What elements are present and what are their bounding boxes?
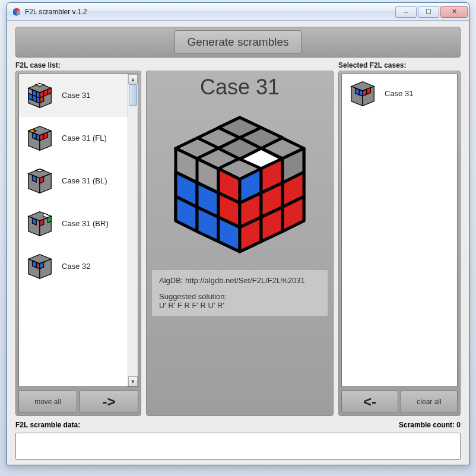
- svg-marker-35: [47, 216, 51, 223]
- move-left-button[interactable]: <-: [341, 391, 398, 413]
- cube-thumb-icon: [23, 166, 57, 196]
- list-item-label: Case 31: [385, 89, 413, 98]
- selected-cases-label: Selected F2L cases:: [338, 61, 461, 69]
- scroll-down-icon[interactable]: ▼: [128, 376, 138, 386]
- svg-marker-15: [36, 96, 40, 103]
- move-all-button[interactable]: move all: [18, 391, 77, 413]
- svg-marker-8: [47, 88, 51, 94]
- list-item-label: Case 32: [62, 262, 90, 271]
- clear-all-button[interactable]: clear all: [401, 391, 458, 413]
- move-right-button[interactable]: ->: [80, 391, 138, 413]
- scramble-data-box[interactable]: [15, 433, 461, 460]
- center-column: Case 31: [146, 61, 334, 416]
- center-panel: Case 31: [146, 71, 334, 416]
- case-list-box[interactable]: Case 31 Case 31 (FL) Case 31 (BL): [18, 74, 138, 387]
- minimize-button[interactable]: ─: [395, 6, 417, 18]
- list-item[interactable]: Case 31 (FL): [19, 117, 128, 160]
- selected-panel: Case 31 <- clear all: [338, 71, 461, 416]
- list-item[interactable]: Case 31 (BR): [19, 202, 128, 245]
- solution-label: Suggested solution:: [159, 292, 320, 301]
- bottom-label-row: F2L scramble data: Scramble count: 0: [15, 421, 461, 429]
- list-item[interactable]: Case 31: [19, 74, 128, 117]
- list-item-label: Case 31: [62, 91, 90, 100]
- solution-text: U' R' F R F' R U' R': [159, 301, 320, 310]
- scrollbar[interactable]: ▲ ▼: [128, 74, 138, 386]
- selected-list-box[interactable]: Case 31: [341, 74, 458, 387]
- scramble-data-label: F2L scramble data:: [15, 421, 80, 429]
- generate-scrambles-button[interactable]: Generate scrambles: [174, 30, 301, 54]
- cube-thumb-icon: [23, 251, 57, 282]
- list-item[interactable]: Case 32: [19, 245, 128, 288]
- cube-thumb-icon: [23, 208, 57, 239]
- cube-preview-icon: [163, 107, 317, 261]
- titlebar: F2L scrambler v.1.2 ─ ☐ ✕: [7, 3, 469, 21]
- content-area: Generate scrambles F2L case list: Case 3…: [7, 21, 469, 465]
- list-item-label: Case 31 (FL): [62, 134, 107, 142]
- selected-column: Selected F2L cases: Case 31 <- clear all: [338, 61, 461, 416]
- svg-marker-85: [359, 90, 363, 96]
- case-list-label: F2L case list:: [15, 61, 141, 69]
- algdb-link-text: AlgDB: http://algdb.net/Set/F2L/F2L%2031: [159, 276, 320, 285]
- case-title: Case 31: [200, 75, 280, 100]
- window-controls: ─ ☐ ✕: [395, 6, 468, 18]
- cube-thumb-icon: [345, 78, 380, 109]
- case-list-panel: Case 31 Case 31 (FL) Case 31 (BL): [15, 71, 141, 416]
- window-title: F2L scrambler v.1.2: [25, 8, 395, 16]
- svg-marker-22: [36, 134, 40, 141]
- list-item-label: Case 31 (BR): [62, 219, 109, 228]
- generate-row: Generate scrambles: [15, 27, 461, 58]
- scroll-up-icon[interactable]: ▲: [128, 74, 138, 84]
- scramble-count-label: Scramble count: 0: [399, 421, 461, 429]
- close-button[interactable]: ✕: [440, 6, 468, 18]
- maximize-button[interactable]: ☐: [418, 6, 439, 18]
- list-item-label: Case 31 (BL): [62, 176, 107, 185]
- case-list-column: F2L case list: Case 31 Case 31 (FL): [15, 61, 141, 416]
- cube-thumb-icon: [23, 123, 57, 154]
- main-row: F2L case list: Case 31 Case 31 (FL): [15, 61, 461, 416]
- scroll-thumb[interactable]: [129, 84, 137, 106]
- app-icon: [12, 7, 21, 17]
- app-window: F2L scrambler v.1.2 ─ ☐ ✕ Generate scram…: [7, 2, 469, 465]
- left-button-row: move all ->: [18, 391, 138, 413]
- list-item[interactable]: Case 31 (BL): [19, 160, 128, 202]
- info-box: AlgDB: http://algdb.net/Set/F2L/F2L%2031…: [151, 269, 328, 316]
- svg-marker-41: [36, 262, 40, 269]
- list-item[interactable]: Case 31: [342, 74, 447, 113]
- right-button-row: <- clear all: [341, 391, 458, 413]
- cube-thumb-icon: [23, 80, 57, 111]
